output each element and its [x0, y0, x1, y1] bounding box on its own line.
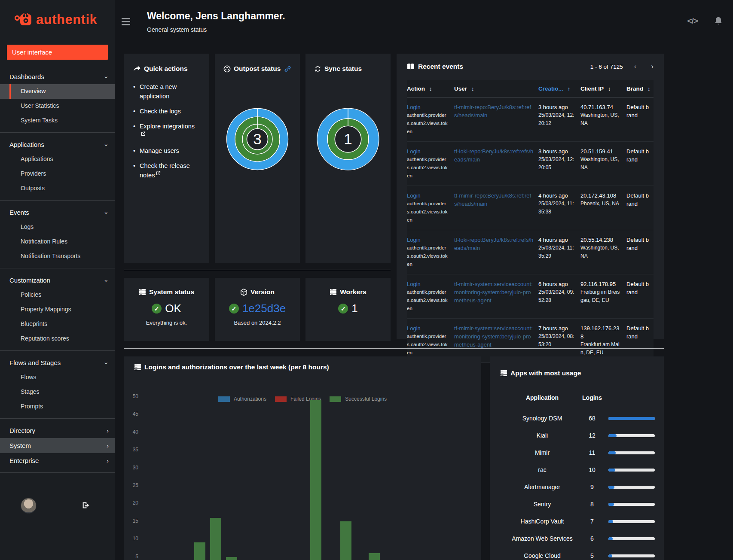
- sidebar-section-system[interactable]: System›: [0, 438, 115, 453]
- sidebar-item-logs[interactable]: Logs: [0, 220, 115, 234]
- sidebar-section-flows-and-stages[interactable]: Flows and Stages⌄: [0, 355, 115, 370]
- check-circle-icon: ✓: [338, 304, 348, 313]
- version-link[interactable]: 1e25d3e: [242, 302, 286, 315]
- sidebar-item-applications[interactable]: Applications: [0, 152, 115, 167]
- sidebar-section-enterprise[interactable]: Enterprise›: [0, 453, 115, 468]
- notifications-bell-icon[interactable]: [714, 16, 723, 26]
- book-icon: [407, 63, 415, 70]
- sidebar-footer: [0, 498, 115, 514]
- app-usage-row: Google Cloud5: [490, 547, 664, 560]
- quick-action-link[interactable]: Manage users: [140, 147, 179, 154]
- event-user-link[interactable]: tf-mimir-system:serviceaccount:monitorin…: [454, 325, 533, 348]
- event-row: Login authentik.providers.oauth2.views.t…: [407, 230, 654, 274]
- event-user-link[interactable]: tf-mimir-repo:BeryJu/k8s:ref:refs/heads/…: [454, 104, 531, 119]
- sidebar-nav: Dashboards⌄OverviewUser StatisticsSystem…: [0, 63, 115, 498]
- link-icon[interactable]: [284, 65, 291, 73]
- logout-icon[interactable]: [82, 501, 91, 511]
- app-name: Kiali: [509, 427, 576, 444]
- sync-icon: [314, 65, 321, 73]
- sort-icon[interactable]: ↕: [647, 85, 651, 92]
- event-client-geo: Washington, US, NA: [580, 244, 622, 260]
- quick-action-link[interactable]: Check the release notes: [140, 162, 190, 179]
- events-column-header[interactable]: User↕: [454, 80, 538, 97]
- sidebar-item-notification-transports[interactable]: Notification Transports: [0, 249, 115, 264]
- event-user-link[interactable]: tf-loki-repo:BeryJu/k8s:ref:refs/heads/m…: [454, 237, 533, 251]
- event-user-link[interactable]: tf-mimir-system:serviceaccount:monitorin…: [454, 281, 533, 304]
- quick-actions-title: Quick actions: [144, 65, 188, 73]
- sidebar-section-customization[interactable]: Customization⌄: [0, 273, 115, 288]
- sidebar-divider: [0, 132, 115, 133]
- sidebar-item-stages[interactable]: Stages: [0, 385, 115, 399]
- events-column-header[interactable]: Creatio...↑: [538, 80, 580, 97]
- sidebar-item-policies[interactable]: Policies: [0, 288, 115, 302]
- event-action-link[interactable]: Login: [407, 104, 421, 110]
- usage-progress-bar: [608, 503, 655, 506]
- sidebar-item-notification-rules[interactable]: Notification Rules: [0, 234, 115, 249]
- event-client-ip: 20.172.43.108: [580, 192, 622, 200]
- chart-bar: [210, 518, 221, 560]
- sidebar-section-applications[interactable]: Applications⌄: [0, 137, 115, 152]
- event-action-link[interactable]: Login: [407, 237, 421, 243]
- sidebar-section-directory[interactable]: Directory›: [0, 423, 115, 438]
- chevron-down-icon: ⌄: [103, 277, 109, 282]
- sort-icon[interactable]: ↕: [608, 85, 611, 92]
- app-usage-row: Amazon Web Services6: [490, 530, 664, 547]
- event-action-link[interactable]: Login: [407, 325, 421, 332]
- app-name: rac: [509, 461, 576, 478]
- sidebar-item-system-tasks[interactable]: System Tasks: [0, 113, 115, 128]
- event-action-link[interactable]: Login: [407, 148, 421, 155]
- system-status-card: System status ✓ OK Everything is ok.: [124, 278, 209, 341]
- quick-action-link[interactable]: Check the logs: [140, 108, 181, 115]
- check-circle-icon: ✓: [152, 304, 162, 313]
- event-brand: Default brand: [626, 274, 654, 318]
- user-interface-button[interactable]: User interface: [7, 45, 108, 60]
- event-brand: Default brand: [626, 97, 654, 141]
- event-user-link[interactable]: tf-mimir-repo:BeryJu/k8s:ref:refs/heads/…: [454, 192, 531, 207]
- sidebar-item-property-mappings[interactable]: Property Mappings: [0, 302, 115, 317]
- pagination-next-icon[interactable]: ›: [651, 62, 654, 71]
- sidebar-section-dashboards[interactable]: Dashboards⌄: [0, 69, 115, 84]
- sidebar-item-reputation-scores[interactable]: Reputation scores: [0, 332, 115, 346]
- events-column-header[interactable]: Action↕: [407, 80, 454, 97]
- sidebar-item-providers[interactable]: Providers: [0, 167, 115, 181]
- outpost-status-card: Outpost status 3: [215, 54, 300, 263]
- usage-progress-bar: [608, 469, 655, 472]
- quick-action-link[interactable]: Explore integrations: [140, 123, 195, 130]
- hamburger-menu-icon[interactable]: [122, 18, 130, 27]
- apps-usage-title: Apps with most usage: [510, 369, 581, 377]
- sidebar-item-blueprints[interactable]: Blueprints: [0, 317, 115, 332]
- quick-action-item: • Check the logs: [133, 107, 200, 116]
- event-action-link[interactable]: Login: [407, 281, 421, 287]
- sidebar-item-user-statistics[interactable]: User Statistics: [0, 99, 115, 113]
- sidebar-item-prompts[interactable]: Prompts: [0, 399, 115, 414]
- app-usage-row: Alertmanager9: [490, 478, 664, 496]
- authentik-logo-icon: [15, 12, 34, 27]
- event-time-absolute: 25/03/2024, 11:35:29: [538, 244, 576, 260]
- event-action-link[interactable]: Login: [407, 192, 421, 199]
- page-subtitle: General system status: [147, 26, 207, 33]
- sort-icon[interactable]: ↕: [471, 85, 474, 92]
- api-code-icon[interactable]: </>: [687, 16, 698, 26]
- event-user-link[interactable]: tf-loki-repo:BeryJu/k8s:ref:refs/heads/m…: [454, 148, 533, 163]
- events-column-header[interactable]: Client IP↕: [580, 80, 626, 97]
- sidebar-item-overview[interactable]: Overview: [0, 84, 115, 99]
- event-time-absolute: 25/03/2024, 11:35:38: [538, 200, 576, 216]
- app-login-count: 12: [576, 432, 608, 439]
- sidebar-item-outposts[interactable]: Outposts: [0, 181, 115, 196]
- event-client-geo: Freiburg im Breisgau, DE, EU: [580, 288, 622, 304]
- y-axis-tick: 35: [125, 447, 138, 453]
- quick-action-item: • Create a new application: [133, 82, 200, 101]
- pagination-prev-icon[interactable]: ‹: [634, 62, 637, 71]
- sort-icon[interactable]: ↑: [568, 85, 571, 92]
- sidebar-item-flows[interactable]: Flows: [0, 370, 115, 385]
- sidebar-section-events[interactable]: Events⌄: [0, 205, 115, 220]
- events-column-header[interactable]: Brand↕: [626, 80, 654, 97]
- quick-action-link[interactable]: Create a new application: [140, 83, 177, 100]
- event-brand: Default brand: [626, 230, 654, 274]
- sort-icon[interactable]: ↕: [429, 85, 432, 92]
- app-login-count: 8: [576, 501, 608, 508]
- event-app: authentik.providers.oauth2.views.token: [407, 244, 450, 268]
- sidebar-divider: [0, 418, 115, 419]
- avatar[interactable]: [21, 498, 37, 514]
- outpost-status-donut: 3: [223, 100, 291, 178]
